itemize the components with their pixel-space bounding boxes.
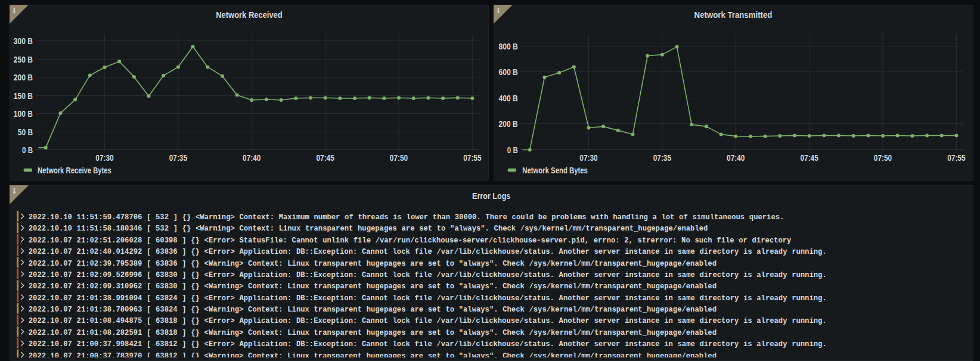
svg-text:2022.10.07 21:01:08.282591 [ 6: 2022.10.07 21:01:08.282591 [ 63818 ] {} … [29, 329, 717, 337]
svg-text:2022.10.07 21:00:37.998421 [ 6: 2022.10.07 21:00:37.998421 [ 63812 ] {} … [29, 340, 827, 348]
svg-text:07:35: 07:35 [653, 153, 671, 163]
svg-text:2022.10.07 21:02:09.526996 [ 6: 2022.10.07 21:02:09.526996 [ 63830 ] {} … [29, 271, 827, 279]
svg-text:07:45: 07:45 [800, 153, 818, 163]
svg-text:07:35: 07:35 [169, 153, 187, 163]
svg-text:07:40: 07:40 [727, 153, 745, 163]
svg-text:2022.10.10 11:51:59.478706 [ 5: 2022.10.10 11:51:59.478706 [ 532 ] {} <W… [29, 213, 784, 222]
svg-text:07:50: 07:50 [874, 153, 892, 163]
svg-text:250 B: 250 B [14, 55, 33, 64]
svg-text:200 B: 200 B [14, 73, 33, 82]
svg-text:2022.10.07 21:02:39.795389 [ 6: 2022.10.07 21:02:39.795389 [ 63836 ] {} … [29, 260, 717, 268]
svg-text:0 B: 0 B [507, 145, 518, 155]
svg-text:2022.10.07 21:01:38.780963 [ 6: 2022.10.07 21:01:38.780963 [ 63824 ] {} … [29, 306, 717, 314]
svg-text:Network Transmitted: Network Transmitted [694, 10, 773, 20]
svg-text:07:45: 07:45 [316, 153, 334, 163]
svg-text:2022.10.07 21:02:51.206028 [ 6: 2022.10.07 21:02:51.206028 [ 60398 ] {} … [29, 236, 792, 245]
svg-text:Network Send Bytes: Network Send Bytes [522, 166, 588, 175]
svg-text:150 B: 150 B [14, 91, 33, 101]
svg-text:07:55: 07:55 [947, 153, 965, 163]
svg-text:Error Logs: Error Logs [472, 191, 510, 201]
svg-text:200 B: 200 B [499, 119, 518, 129]
svg-text:2022.10.07 21:01:38.991094 [ 6: 2022.10.07 21:01:38.991094 [ 63824 ] {} … [29, 294, 827, 303]
svg-text:07:50: 07:50 [390, 153, 408, 163]
svg-text:Network Received: Network Received [216, 10, 283, 20]
svg-text:07:30: 07:30 [95, 153, 113, 163]
svg-text:100 B: 100 B [14, 109, 33, 119]
svg-text:600 B: 600 B [499, 67, 518, 77]
svg-text:2022.10.10 11:51:58.180346 [ 5: 2022.10.10 11:51:58.180346 [ 532 ] {} <W… [29, 225, 708, 233]
svg-text:Network Receive Bytes: Network Receive Bytes [38, 166, 111, 175]
svg-text:400 B: 400 B [499, 94, 518, 103]
svg-text:07:30: 07:30 [579, 153, 597, 163]
svg-text:0 B: 0 B [22, 145, 33, 155]
svg-text:2022.10.07 21:00:37.783970 [ 6: 2022.10.07 21:00:37.783970 [ 63812 ] {} … [29, 352, 717, 357]
svg-text:07:40: 07:40 [243, 153, 260, 163]
svg-text:2022.10.07 21:01:08.494875 [ 6: 2022.10.07 21:01:08.494875 [ 63818 ] {} … [29, 317, 827, 325]
svg-text:800 B: 800 B [499, 42, 518, 51]
svg-text:300 B: 300 B [14, 36, 33, 46]
svg-text:07:55: 07:55 [463, 153, 481, 163]
svg-text:2022.10.07 21:02:09.310962 [ 6: 2022.10.07 21:02:09.310962 [ 63830 ] {} … [29, 282, 717, 291]
svg-text:50 B: 50 B [18, 127, 33, 137]
svg-text:2022.10.07 21:02:40.014292 [ 6: 2022.10.07 21:02:40.014292 [ 63836 ] {} … [29, 248, 827, 256]
